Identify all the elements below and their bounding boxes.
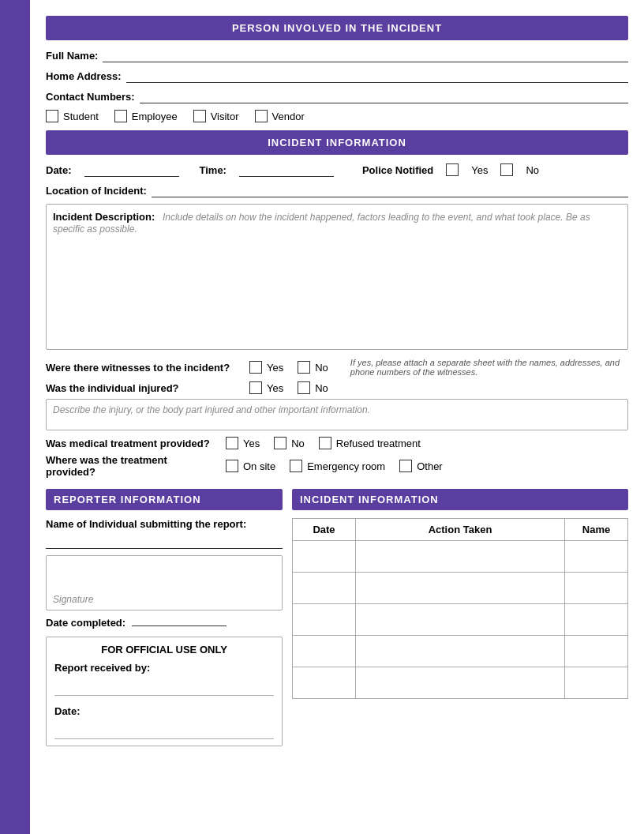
injured-yes-group: Yes [249, 381, 283, 394]
time-input[interactable] [239, 163, 334, 177]
table-row [293, 604, 628, 636]
full-name-row: Full Name: [46, 48, 628, 62]
medical-treatment-row: Was medical treatment provided? Yes No R… [46, 437, 628, 449]
witness-yes-label: Yes [267, 362, 283, 374]
action-name-cell[interactable] [565, 604, 628, 636]
action-date-cell[interactable] [293, 604, 356, 636]
contact-numbers-label: Contact Numbers: [46, 91, 135, 103]
official-use-title: FOR OFFICIAL USE ONLY [54, 644, 274, 656]
action-table: Date Action Taken Name [292, 518, 628, 699]
person-section-header: PERSON INVOLVED IN THE INCIDENT [46, 16, 628, 40]
on-site-label: On site [243, 460, 275, 472]
signature-placeholder: Signature [53, 594, 93, 605]
date-time-row: Date: Time: Police Notified Yes No [46, 163, 628, 177]
police-no-label: No [526, 164, 539, 176]
action-taken-cell[interactable] [356, 604, 565, 636]
incident-description-label: Incident Description: [53, 211, 155, 223]
refused-treatment-checkbox[interactable] [319, 437, 331, 449]
official-date-label: Date: [54, 705, 274, 717]
vendor-checkbox[interactable] [255, 110, 268, 122]
police-no-checkbox[interactable] [500, 163, 513, 176]
police-notified-label: Police Notified [362, 164, 433, 176]
action-name-cell[interactable] [565, 636, 628, 667]
injured-yes-checkbox[interactable] [249, 381, 262, 394]
police-yes-checkbox[interactable] [446, 163, 459, 176]
bottom-section: REPORTER INFORMATION Name of Individual … [46, 489, 628, 746]
injured-row: Was the individual injured? Yes No [46, 381, 628, 394]
date-input[interactable] [84, 163, 179, 177]
emergency-room-group: Emergency room [290, 460, 385, 472]
content: PERSON INVOLVED IN THE INCIDENT Full Nam… [30, 0, 644, 834]
location-row: Location of Incident: [46, 183, 628, 197]
refused-treatment-group: Refused treatment [319, 437, 421, 449]
on-site-checkbox[interactable] [226, 460, 238, 472]
location-label: Location of Incident: [46, 185, 147, 197]
medical-yes-checkbox[interactable] [226, 437, 238, 449]
other-location-label: Other [417, 460, 443, 472]
location-input[interactable] [152, 183, 628, 197]
full-name-label: Full Name: [46, 50, 98, 62]
vendor-checkbox-item: Vendor [255, 110, 305, 122]
table-row [293, 573, 628, 604]
action-name-cell[interactable] [565, 541, 628, 573]
injured-no-label: No [315, 382, 328, 394]
home-address-input[interactable] [126, 69, 628, 83]
emergency-room-checkbox[interactable] [290, 460, 302, 472]
action-taken-cell[interactable] [356, 541, 565, 573]
incident-description-textarea[interactable] [53, 238, 621, 340]
signature-box[interactable]: Signature [46, 555, 283, 610]
reporter-name-input[interactable] [46, 535, 283, 549]
injured-no-checkbox[interactable] [298, 381, 310, 394]
student-checkbox[interactable] [46, 110, 58, 122]
employee-checkbox[interactable] [114, 110, 127, 122]
action-taken-cell[interactable] [356, 636, 565, 667]
injury-placeholder: Describe the injury, or the body part in… [53, 404, 370, 415]
action-date-cell[interactable] [293, 541, 356, 573]
table-row [293, 667, 628, 699]
date-completed-input[interactable] [132, 626, 227, 626]
action-date-cell[interactable] [293, 667, 356, 699]
witness-no-checkbox[interactable] [298, 361, 310, 374]
time-label: Time: [200, 164, 227, 176]
official-use-box: FOR OFFICIAL USE ONLY Report received by… [46, 637, 283, 746]
person-type-checkboxes: Student Employee Visitor Vendor [46, 110, 628, 122]
other-location-checkbox[interactable] [399, 460, 412, 472]
contact-numbers-row: Contact Numbers: [46, 89, 628, 103]
home-address-row: Home Address: [46, 69, 628, 83]
refused-treatment-label: Refused treatment [336, 438, 421, 449]
action-date-cell[interactable] [293, 636, 356, 667]
emergency-room-label: Emergency room [307, 460, 385, 472]
visitor-checkbox[interactable] [193, 110, 206, 122]
action-taken-cell[interactable] [356, 573, 565, 604]
other-location-group: Other [399, 460, 443, 472]
action-date-cell[interactable] [293, 573, 356, 604]
action-name-cell[interactable] [565, 667, 628, 699]
full-name-input[interactable] [103, 48, 628, 62]
witness-section: Were there witnesses to the incident? Ye… [46, 358, 628, 394]
action-taken-cell[interactable] [356, 667, 565, 699]
action-table-action-header: Action Taken [356, 519, 565, 541]
reporter-column: REPORTER INFORMATION Name of Individual … [46, 489, 283, 746]
visitor-label: Visitor [211, 111, 239, 122]
page: PERSON INVOLVED IN THE INCIDENT Full Nam… [0, 0, 644, 834]
action-table-date-header: Date [293, 519, 356, 541]
received-by-input[interactable] [54, 680, 274, 696]
reporter-section-header: REPORTER INFORMATION [46, 489, 283, 510]
student-checkbox-item: Student [46, 110, 99, 122]
employee-checkbox-item: Employee [114, 110, 178, 122]
reporter-name-label: Name of Individual submitting the report… [46, 518, 283, 530]
home-address-label: Home Address: [46, 70, 122, 82]
medical-yes-label: Yes [243, 438, 260, 449]
contact-numbers-input[interactable] [140, 89, 628, 103]
date-label: Date: [46, 164, 72, 176]
medical-no-checkbox[interactable] [274, 437, 286, 449]
student-label: Student [63, 111, 99, 122]
action-name-cell[interactable] [565, 573, 628, 604]
witness-yes-group: Yes [249, 361, 283, 374]
witness-yes-checkbox[interactable] [249, 361, 262, 374]
table-row [293, 541, 628, 573]
medical-treatment-label: Was medical treatment provided? [46, 438, 219, 449]
official-date-input[interactable] [54, 723, 274, 739]
medical-no-label: No [291, 438, 305, 449]
witness-question: Were there witnesses to the incident? [46, 362, 243, 374]
